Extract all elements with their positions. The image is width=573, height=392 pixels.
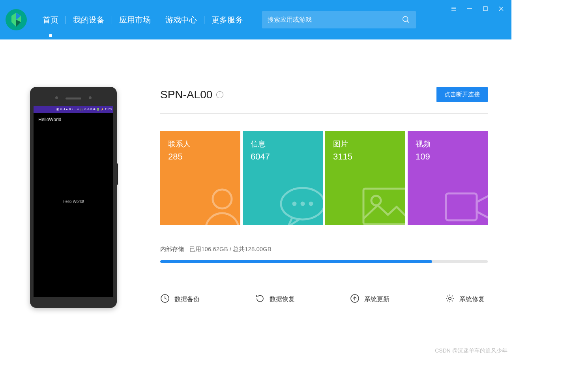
repair-icon <box>445 294 455 305</box>
tile-label: 图片 <box>333 139 397 149</box>
phone-sensor <box>55 96 58 99</box>
status-icons: ◧ ✉ ⬇ ▸ ⚙ ♪ ⋯ ⎋ 🎧 ⊙ ⊕ ⧉ ✱ 🔋 ⚡ 11:03 <box>56 108 112 111</box>
tile-video[interactable]: 视频109 <box>408 131 488 225</box>
app-logo <box>6 9 27 30</box>
nav-item-4[interactable]: 更多服务 <box>204 16 250 24</box>
svg-point-13 <box>310 203 312 205</box>
minimize-icon[interactable] <box>466 6 473 12</box>
search-icon[interactable] <box>402 15 410 24</box>
nav-item-1[interactable]: 我的设备 <box>66 16 112 24</box>
search-box[interactable] <box>262 11 416 28</box>
svg-rect-6 <box>483 7 487 11</box>
action-label: 系统更新 <box>364 295 389 304</box>
svg-rect-14 <box>363 189 405 224</box>
svg-point-12 <box>301 203 304 205</box>
tile-contact[interactable]: 联系人285 <box>160 131 240 225</box>
svg-point-0 <box>403 17 408 22</box>
device-panel: SPN-AL00 ! 点击断开连接 联系人285信息6047图片3115视频10… <box>160 87 488 308</box>
device-header: SPN-AL00 ! 点击断开连接 <box>160 87 488 114</box>
phone-preview: ◧ ✉ ⬇ ▸ ⚙ ♪ ⋯ ⎋ 🎧 ⊙ ⊕ ⧉ ✱ 🔋 ⚡ 11:03 Hell… <box>30 87 117 308</box>
phone-screen-text: Hello World! <box>63 199 84 204</box>
info-icon[interactable]: ! <box>216 91 223 98</box>
storage-progress-fill <box>160 260 432 263</box>
device-name-text: SPN-AL00 <box>160 88 212 101</box>
tile-image[interactable]: 图片3115 <box>325 131 405 225</box>
window-controls <box>451 6 504 12</box>
storage-title: 内部存储 <box>160 246 184 252</box>
app-header: 首页我的设备应用市场游戏中心更多服务 <box>0 0 511 39</box>
svg-point-9 <box>213 189 232 208</box>
phone-speaker <box>34 91 113 106</box>
menu-icon[interactable] <box>451 6 457 12</box>
tile-value: 109 <box>416 152 480 162</box>
phone-app-title: HelloWorld <box>34 113 113 126</box>
phone-statusbar: ◧ ✉ ⬇ ▸ ⚙ ♪ ⋯ ⎋ 🎧 ⊙ ⊕ ⧉ ✱ 🔋 ⚡ 11:03 <box>34 106 113 113</box>
disconnect-button[interactable]: 点击断开连接 <box>436 87 488 102</box>
storage-used-text: 已用106.62GB / 总共128.00GB <box>189 246 272 252</box>
action-label: 数据恢复 <box>270 295 295 304</box>
update-icon <box>350 294 360 305</box>
action-restore[interactable]: 数据恢复 <box>255 294 295 305</box>
search-input[interactable] <box>268 16 402 23</box>
main-nav: 首页我的设备应用市场游戏中心更多服务 <box>36 16 250 24</box>
close-icon[interactable] <box>498 6 504 12</box>
restore-icon <box>255 294 265 305</box>
action-update[interactable]: 系统更新 <box>350 294 389 305</box>
svg-line-1 <box>407 21 409 23</box>
category-tiles: 联系人285信息6047图片3115视频109 <box>160 131 488 225</box>
main-content: ◧ ✉ ⬇ ▸ ⚙ ♪ ⋯ ⎋ 🎧 ⊙ ⊕ ⧉ ✱ 🔋 ⚡ 11:03 Hell… <box>0 39 511 308</box>
backup-icon <box>160 294 170 305</box>
svg-point-19 <box>449 297 451 300</box>
nav-item-0[interactable]: 首页 <box>36 16 66 24</box>
tile-label: 信息 <box>251 139 315 149</box>
tile-message[interactable]: 信息6047 <box>243 131 323 225</box>
watermark: CSDN @沉迷单车的追风少年 <box>435 347 507 354</box>
phone-screen: ◧ ✉ ⬇ ▸ ⚙ ♪ ⋯ ⎋ 🎧 ⊙ ⊕ ⧉ ✱ 🔋 ⚡ 11:03 Hell… <box>34 106 113 297</box>
tile-label: 视频 <box>416 139 480 149</box>
tile-value: 3115 <box>333 152 397 162</box>
storage-progress <box>160 260 488 263</box>
action-row: 数据备份数据恢复系统更新系统修复 <box>160 294 488 305</box>
svg-point-11 <box>293 203 296 205</box>
storage-label: 内部存储 已用106.62GB / 总共128.00GB <box>160 246 488 253</box>
action-label: 数据备份 <box>174 295 200 304</box>
tile-value: 285 <box>168 152 232 162</box>
nav-item-2[interactable]: 应用市场 <box>112 16 158 24</box>
nav-item-3[interactable]: 游戏中心 <box>158 16 204 24</box>
storage-section: 内部存储 已用106.62GB / 总共128.00GB <box>160 246 488 263</box>
action-label: 系统修复 <box>459 295 485 304</box>
device-name: SPN-AL00 ! <box>160 88 223 101</box>
svg-rect-16 <box>446 193 477 220</box>
phone-power-button <box>117 163 118 185</box>
action-repair[interactable]: 系统修复 <box>445 294 485 305</box>
action-backup[interactable]: 数据备份 <box>160 294 200 305</box>
maximize-icon[interactable] <box>482 6 489 12</box>
tile-value: 6047 <box>251 152 315 162</box>
phone-camera <box>89 96 92 99</box>
tile-label: 联系人 <box>168 139 232 149</box>
svg-point-15 <box>371 196 381 205</box>
